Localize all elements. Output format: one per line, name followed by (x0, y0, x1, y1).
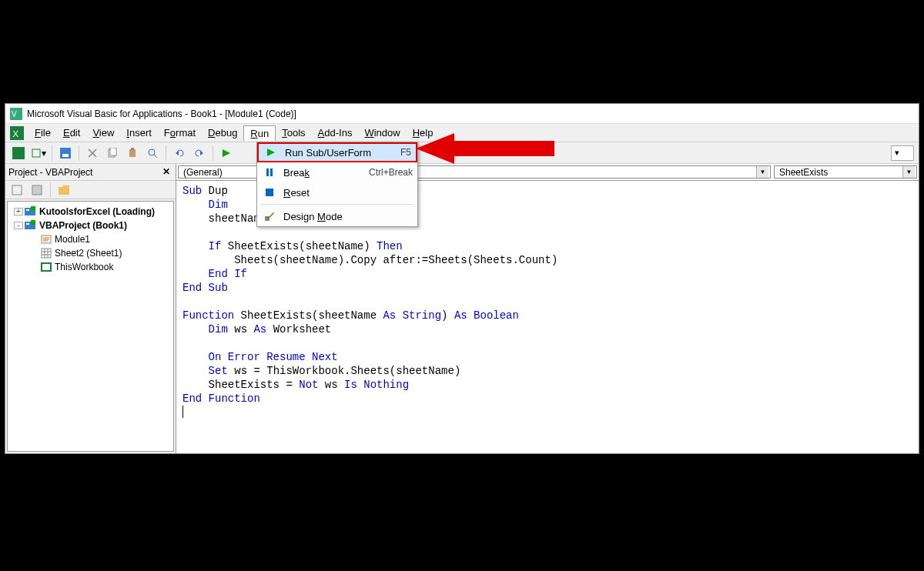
body-area: Project - VBAProject ✕ +KutoolsforExcel … (5, 164, 919, 453)
cut-button[interactable] (84, 145, 101, 162)
paste-button[interactable] (124, 145, 141, 162)
menu-edit[interactable]: Edit (57, 125, 86, 140)
menu-tools[interactable]: Tools (276, 125, 311, 140)
save-button[interactable] (57, 145, 74, 162)
project-tree[interactable]: +KutoolsforExcel (Loading)-VBAProject (B… (7, 201, 174, 452)
play-icon (263, 146, 279, 159)
menu-format[interactable]: Format (158, 125, 202, 140)
tree-row[interactable]: ThisWorkbook (11, 260, 170, 274)
svg-rect-26 (31, 206, 35, 211)
insert-button[interactable]: ▾ (30, 145, 47, 162)
project-panel-toolbar (5, 181, 176, 199)
project-panel-header: Project - VBAProject ✕ (5, 164, 176, 181)
tree-row[interactable]: -VBAProject (Book1) (11, 219, 170, 232)
svg-rect-25 (26, 209, 29, 211)
view-object-button[interactable] (28, 182, 45, 199)
svg-rect-31 (42, 249, 51, 258)
svg-rect-29 (31, 220, 35, 225)
svg-marker-20 (200, 151, 203, 155)
tree-label: KutoolsforExcel (Loading) (39, 206, 155, 217)
run-dropdown: Run Sub/UserForm F5 Break Ctrl+Break Res… (256, 142, 418, 227)
project-panel-title: Project - VBAProject (8, 167, 92, 178)
svg-point-18 (149, 149, 155, 155)
undo-button[interactable] (171, 145, 188, 162)
svg-marker-34 (416, 133, 554, 164)
svg-rect-33 (42, 264, 50, 270)
project-explorer-panel: Project - VBAProject ✕ +KutoolsforExcel … (5, 164, 176, 453)
chevron-down-icon: ▼ (756, 166, 768, 178)
vba-proj-icon (25, 220, 37, 231)
menu-file[interactable]: File (28, 125, 57, 140)
pause-icon (262, 166, 277, 179)
tree-row[interactable]: +KutoolsforExcel (Loading) (11, 205, 170, 219)
svg-rect-22 (12, 185, 22, 195)
menu-addins[interactable]: Add-Ins (312, 125, 359, 140)
tree-row[interactable]: Sheet2 (Sheet1) (11, 246, 170, 260)
tree-row[interactable]: Module1 (11, 232, 170, 246)
run-sub-userform-item[interactable]: Run Sub/UserForm F5 (257, 142, 417, 162)
svg-marker-21 (223, 149, 230, 157)
svg-marker-4 (267, 149, 275, 156)
tree-label: Sheet2 (Sheet1) (55, 248, 122, 259)
sheet-icon (40, 248, 52, 259)
svg-rect-17 (131, 148, 134, 150)
vba-app-icon: V (10, 108, 22, 120)
folder-toggle-button[interactable] (55, 182, 72, 199)
svg-marker-9 (267, 212, 274, 219)
find-button[interactable] (144, 145, 161, 162)
reset-item[interactable]: Reset (257, 182, 417, 202)
procedure-combo[interactable]: SheetExists ▼ (774, 165, 917, 179)
reset-icon (262, 186, 277, 199)
svg-rect-6 (270, 169, 273, 176)
excel-icon: X (10, 126, 24, 140)
svg-rect-7 (266, 189, 273, 196)
titlebar: V Microsoft Visual Basic for Application… (5, 104, 919, 124)
chevron-down-icon: ▼ (902, 166, 915, 178)
tree-label: VBAProject (Book1) (39, 220, 127, 231)
design-mode-item[interactable]: Design Mode (257, 206, 417, 226)
menu-window[interactable]: Window (358, 125, 406, 140)
vba-proj-icon (25, 206, 37, 217)
annotation-arrow (416, 129, 554, 170)
tree-toggle[interactable]: - (14, 222, 23, 229)
tree-label: ThisWorkbook (55, 262, 113, 272)
view-code-button[interactable] (8, 182, 25, 199)
break-item[interactable]: Break Ctrl+Break (257, 162, 417, 182)
svg-rect-28 (26, 223, 29, 225)
design-icon (262, 210, 277, 222)
svg-text:V: V (12, 110, 17, 119)
run-button[interactable] (218, 145, 235, 162)
svg-rect-10 (12, 147, 25, 159)
window-title: Microsoft Visual Basic for Applications … (27, 109, 296, 119)
redo-button[interactable] (191, 145, 208, 162)
menu-insert[interactable]: Insert (120, 125, 158, 140)
module-icon (40, 234, 52, 245)
tree-toggle[interactable]: + (14, 208, 23, 215)
svg-rect-11 (32, 149, 40, 157)
workbook-icon (40, 262, 52, 272)
menu-separator (260, 204, 414, 205)
zoom-combo[interactable]: ▾ (891, 145, 914, 161)
svg-rect-23 (32, 185, 42, 195)
menu-debug[interactable]: Debug (202, 125, 243, 140)
svg-rect-13 (62, 154, 69, 157)
close-icon[interactable]: ✕ (160, 166, 172, 179)
svg-rect-15 (110, 148, 116, 155)
menu-view[interactable]: View (86, 125, 120, 140)
svg-text:X: X (12, 129, 18, 138)
tree-label: Module1 (55, 234, 90, 245)
svg-rect-16 (129, 149, 136, 157)
svg-rect-5 (266, 169, 269, 176)
menu-run[interactable]: Run (243, 125, 276, 141)
svg-marker-19 (176, 151, 179, 155)
view-excel-button[interactable] (10, 145, 27, 162)
copy-button[interactable] (104, 145, 121, 162)
